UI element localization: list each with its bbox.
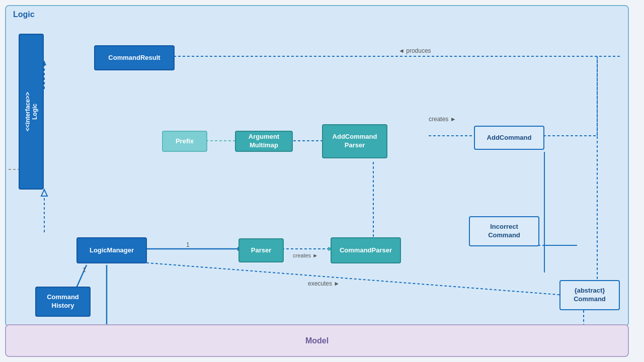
logic-manager-box: LogicManager [76,237,147,263]
executes-label: executes ► [308,280,340,287]
one-top-label: 1 [186,241,190,248]
command-result-box: CommandResult [94,45,175,70]
logic-label: Logic [13,10,35,19]
interface-logic-box: <<interface>>Logic [19,34,44,190]
model-label: Model [305,336,329,345]
add-command-parser-box: AddCommand Parser [322,124,387,158]
diagram-wrapper: Logic [5,5,639,357]
produces-label: ◄ produces [398,47,431,54]
add-command-box: AddCommand [474,126,544,150]
svg-line-32 [142,262,565,295]
parser-box: Parser [238,238,284,262]
creates-bottom-label: creates ► [293,252,318,258]
command-parser-box: CommandParser [331,237,401,263]
argument-multimap-box: Argument Multimap [235,131,293,152]
prefix-box: Prefix [162,131,207,152]
creates-top-label: creates ► [429,116,456,123]
model-container: Model [5,324,629,357]
svg-marker-5 [41,190,47,196]
logic-container: Logic [5,5,629,327]
one-bottom-label: 1 [83,266,86,274]
incorrect-command-box: Incorrect Command [469,216,539,246]
abstract-command-box: {abstract} Command [559,280,620,310]
command-history-box: Command History [35,287,91,317]
